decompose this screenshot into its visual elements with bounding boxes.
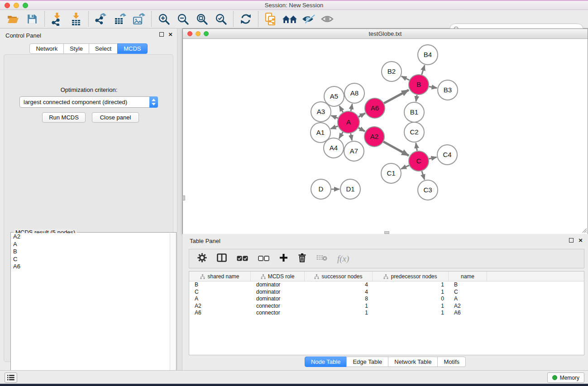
graph-node-A[interactable]: A: [338, 111, 359, 133]
result-item[interactable]: C: [11, 256, 170, 263]
graph-edge-C-C3[interactable]: [422, 171, 425, 180]
zoom-window-button[interactable]: [23, 3, 28, 8]
graph-edge-A-A7[interactable]: [351, 133, 352, 141]
float-table-panel-icon[interactable]: [569, 238, 574, 243]
task-history-button[interactable]: [5, 372, 17, 383]
network-window-titlebar[interactable]: testGlobe.txt: [183, 29, 588, 39]
network-close-button[interactable]: [187, 31, 192, 36]
add-column-icon[interactable]: [279, 253, 288, 264]
graph-node-C1[interactable]: C1: [381, 163, 401, 183]
graph-edge-B-B4[interactable]: [422, 65, 425, 75]
graph-edge-A-A3[interactable]: [331, 115, 338, 118]
function-builder-icon[interactable]: f(x): [337, 254, 349, 264]
graph-node-C3[interactable]: C3: [418, 180, 438, 200]
export-table-icon[interactable]: [110, 11, 129, 27]
tab-select[interactable]: Select: [89, 43, 118, 54]
close-window-button[interactable]: [5, 3, 10, 8]
minimize-window-button[interactable]: [14, 3, 19, 8]
graph-edge-C-C1[interactable]: [401, 165, 409, 169]
zoom-out-icon[interactable]: [173, 11, 192, 27]
graph-node-A3[interactable]: A3: [311, 102, 331, 122]
tab-edge-table[interactable]: Edge Table: [346, 357, 388, 367]
column-header-name[interactable]: name: [449, 272, 487, 281]
graph-edge-A-A2[interactable]: [359, 128, 365, 131]
import-network-icon[interactable]: [48, 11, 67, 27]
float-panel-icon[interactable]: [159, 32, 164, 37]
delete-column-icon[interactable]: [298, 253, 306, 264]
column-header-MCDS-role[interactable]: MCDS role: [251, 272, 305, 281]
tab-network-table[interactable]: Network Table: [388, 357, 438, 367]
graph-node-A7[interactable]: A7: [344, 141, 364, 161]
graph-edge-A-A1[interactable]: [331, 126, 338, 129]
graph-node-B3[interactable]: B3: [438, 80, 458, 100]
graph-node-A4[interactable]: A4: [324, 138, 344, 158]
graph-edge-A-A6[interactable]: [359, 113, 365, 117]
table-row[interactable]: A6connector11A6: [189, 310, 584, 317]
graph-node-B4[interactable]: B4: [418, 45, 438, 65]
network-vertical-scrollbar-thumb[interactable]: [182, 195, 185, 200]
tab-node-table[interactable]: Node Table: [305, 357, 347, 367]
close-panel-icon[interactable]: ×: [168, 32, 172, 37]
panel-splitter[interactable]: [177, 29, 182, 370]
result-item[interactable]: B: [11, 248, 170, 256]
column-header-successor-nodes[interactable]: successor nodes: [305, 272, 373, 281]
graph-node-C4[interactable]: C4: [437, 145, 457, 165]
graph-node-A8[interactable]: A8: [344, 83, 364, 103]
graph-edge-B-B2[interactable]: [402, 76, 410, 80]
graph-edge-A-A5[interactable]: [339, 106, 343, 112]
graph-edge-B-B1[interactable]: [416, 95, 417, 102]
table-row[interactable]: Cdominator41C: [189, 289, 584, 296]
network-minimize-button[interactable]: [196, 31, 201, 36]
graph-node-B1[interactable]: B1: [404, 102, 424, 122]
show-columns-icon[interactable]: [217, 253, 227, 264]
result-list-scrollbar[interactable]: [170, 233, 176, 386]
eye-icon[interactable]: [318, 11, 337, 27]
export-image-icon[interactable]: [129, 11, 148, 27]
table-row[interactable]: Adominator80A: [189, 295, 584, 303]
clone-network-icon[interactable]: [261, 11, 280, 27]
network-canvas[interactable]: AA1A2A3A4A5A6A7A8BB1B2B3B4CC1C2C3C4DD1: [183, 39, 588, 234]
zoom-in-icon[interactable]: [154, 11, 173, 27]
result-item[interactable]: A2: [11, 233, 170, 241]
graph-edge-C-C2[interactable]: [416, 143, 417, 151]
import-table-icon[interactable]: [67, 11, 86, 27]
graph-node-B2[interactable]: B2: [382, 62, 402, 81]
graph-node-A1[interactable]: A1: [311, 123, 330, 143]
memory-button[interactable]: Memory: [547, 372, 584, 383]
criterion-select[interactable]: largest connected component (directed): [19, 96, 158, 108]
window-resize-grip[interactable]: [581, 227, 587, 233]
graph-node-C[interactable]: C: [409, 151, 429, 171]
select-all-icon[interactable]: [237, 255, 248, 263]
refresh-icon[interactable]: [236, 11, 255, 27]
graph-node-D1[interactable]: D1: [340, 179, 360, 199]
close-panel-button[interactable]: Close panel: [92, 112, 139, 123]
settings-gear-icon[interactable]: [197, 253, 207, 264]
graph-edge-C-C4[interactable]: [429, 157, 436, 159]
column-header-shared-name[interactable]: shared name: [189, 272, 251, 281]
tab-network[interactable]: Network: [29, 43, 64, 54]
graph-edge-A-A4[interactable]: [339, 132, 343, 139]
double-home-icon[interactable]: [280, 11, 299, 27]
result-item[interactable]: A6: [11, 263, 170, 271]
graph-edge-B-B3[interactable]: [429, 86, 437, 88]
visual-style-eye-icon[interactable]: [299, 11, 318, 27]
deselect-all-icon[interactable]: [258, 255, 269, 263]
close-table-panel-icon[interactable]: ×: [578, 238, 583, 243]
tab-style[interactable]: Style: [63, 43, 89, 54]
export-network-icon[interactable]: [91, 11, 110, 27]
graph-node-C2[interactable]: C2: [404, 122, 424, 142]
zoom-fit-icon[interactable]: [192, 11, 211, 27]
run-mcds-button[interactable]: Run MCDS: [42, 112, 86, 123]
zoom-selected-icon[interactable]: [211, 11, 230, 27]
graph-edge-A-A8[interactable]: [351, 104, 352, 111]
network-zoom-button[interactable]: [204, 31, 209, 36]
tab-mcds[interactable]: MCDS: [117, 43, 147, 54]
tab-motifs[interactable]: Motifs: [437, 357, 466, 367]
graph-edge-A2-C[interactable]: [383, 142, 409, 156]
delete-table-icon[interactable]: [316, 254, 327, 263]
table-row[interactable]: A2connector11A2: [189, 303, 584, 310]
graph-node-B[interactable]: B: [409, 75, 429, 95]
column-header-predecessor-nodes[interactable]: predecessor nodes: [373, 272, 449, 281]
result-item[interactable]: A: [11, 241, 170, 248]
open-file-icon[interactable]: [4, 11, 23, 27]
